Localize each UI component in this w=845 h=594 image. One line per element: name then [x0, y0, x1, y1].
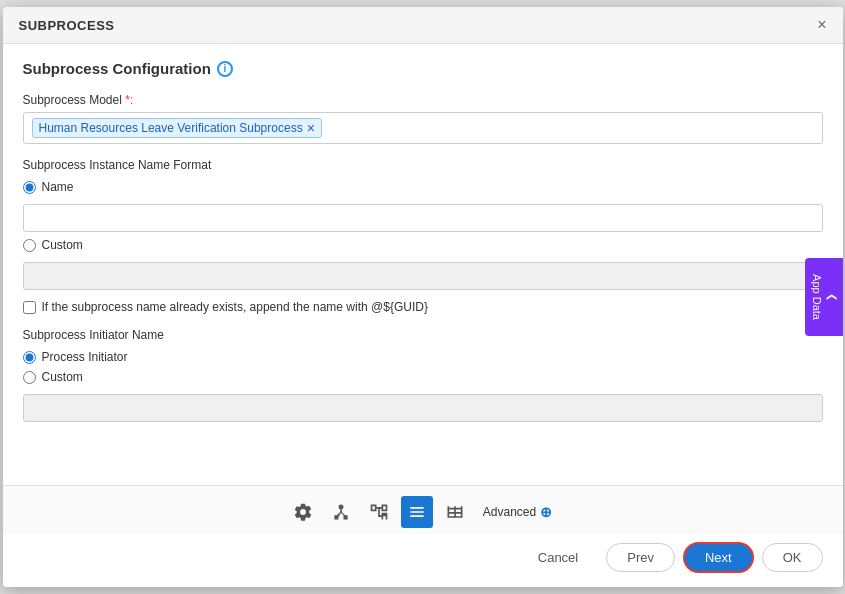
custom-radio[interactable]: [23, 239, 36, 252]
process-initiator-radio[interactable]: [23, 351, 36, 364]
dialog-title: SUBPROCESS: [19, 18, 115, 33]
initiator-label: Subprocess Initiator Name: [23, 328, 823, 342]
app-data-label: App Data: [811, 274, 823, 320]
toolbar: Advanced ⊕: [3, 485, 843, 534]
toolbar-table-icon[interactable]: [439, 496, 471, 528]
toolbar-subprocess-icon[interactable]: [401, 496, 433, 528]
gear-icon: [293, 502, 313, 522]
process-initiator-label: Process Initiator: [42, 350, 128, 364]
guid-checkbox[interactable]: [23, 301, 36, 314]
subprocess-dialog: SUBPROCESS × Subprocess Configuration i …: [3, 7, 843, 587]
cancel-button[interactable]: Cancel: [518, 544, 598, 571]
guid-checkbox-row: If the subprocess name already exists, a…: [23, 300, 823, 314]
advanced-plus-icon: ⊕: [540, 504, 552, 520]
initiator-radio-group: Process Initiator Custom: [23, 350, 823, 422]
toolbar-network-icon[interactable]: [325, 496, 357, 528]
chevron-left-icon: ❮: [827, 293, 838, 301]
tag-remove-button[interactable]: ×: [307, 121, 315, 135]
name-radio-label: Name: [42, 180, 74, 194]
initiator-custom-radio[interactable]: [23, 371, 36, 384]
table-icon: [445, 502, 465, 522]
initiator-custom-label: Custom: [42, 370, 83, 384]
guid-checkbox-label: If the subprocess name already exists, a…: [42, 300, 428, 314]
ok-button[interactable]: OK: [762, 543, 823, 572]
app-data-tab-wrapper: ❮ App Data: [805, 258, 843, 336]
initiator-custom-input[interactable]: [23, 394, 823, 422]
custom-radio-label: Custom: [42, 238, 83, 252]
toolbar-hierarchy-icon[interactable]: [363, 496, 395, 528]
prev-button[interactable]: Prev: [606, 543, 675, 572]
next-button[interactable]: Next: [683, 542, 754, 573]
initiator-custom-radio-item: Custom: [23, 370, 823, 384]
subprocess-model-field: Subprocess Model *: Human Resources Leav…: [23, 93, 823, 144]
subprocess-model-label-text: Subprocess Model: [23, 93, 122, 107]
name-radio-item: Name: [23, 180, 823, 194]
custom-radio-item: Custom: [23, 238, 823, 252]
info-icon[interactable]: i: [217, 61, 233, 77]
name-format-input[interactable]: ${ProcessName}-${Session}@${ActivityName…: [23, 204, 823, 232]
section-title: Subprocess Configuration i: [23, 60, 823, 77]
initiator-section: Subprocess Initiator Name Process Initia…: [23, 328, 823, 422]
close-button[interactable]: ×: [817, 17, 826, 33]
toolbar-gear-icon[interactable]: [287, 496, 319, 528]
instance-name-label: Subprocess Instance Name Format: [23, 158, 823, 172]
subprocess-model-input[interactable]: Human Resources Leave Verification Subpr…: [23, 112, 823, 144]
instance-name-section: Subprocess Instance Name Format Name ${P…: [23, 158, 823, 290]
subprocess-model-label: Subprocess Model *:: [23, 93, 823, 107]
subprocess-icon: [407, 502, 427, 522]
instance-name-radio-group: Name ${ProcessName}-${Session}@${Activit…: [23, 180, 823, 290]
dialog-body: Subprocess Configuration i Subprocess Mo…: [3, 44, 843, 485]
subprocess-model-tag: Human Resources Leave Verification Subpr…: [32, 118, 322, 138]
process-initiator-radio-item: Process Initiator: [23, 350, 823, 364]
tag-text: Human Resources Leave Verification Subpr…: [39, 121, 303, 135]
required-indicator: *:: [125, 93, 133, 107]
section-title-text: Subprocess Configuration: [23, 60, 211, 77]
dialog-footer: Cancel Prev Next OK: [3, 534, 843, 587]
advanced-button[interactable]: Advanced ⊕: [477, 500, 558, 524]
hierarchy-icon: [369, 502, 389, 522]
name-radio[interactable]: [23, 181, 36, 194]
custom-format-input[interactable]: [23, 262, 823, 290]
app-data-tab[interactable]: ❮ App Data: [805, 258, 843, 336]
advanced-label: Advanced: [483, 505, 536, 519]
network-icon: [331, 502, 351, 522]
dialog-header: SUBPROCESS ×: [3, 7, 843, 44]
